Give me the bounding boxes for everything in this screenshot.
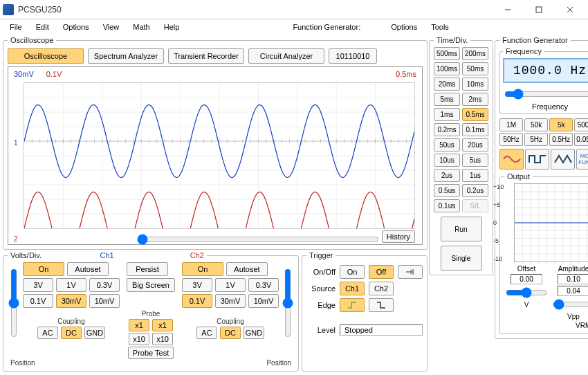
- ch1-3v-button[interactable]: 3V: [23, 278, 53, 292]
- timediv-20us[interactable]: 20us: [462, 138, 488, 152]
- timediv-50ms[interactable]: 50ms: [462, 62, 488, 75]
- ch1-on-button[interactable]: On: [23, 262, 64, 276]
- menu-file[interactable]: File: [4, 21, 28, 33]
- trigger-on-button[interactable]: On: [340, 265, 365, 279]
- timediv-0p1us[interactable]: 0.1us: [434, 199, 460, 212]
- freq-slider[interactable]: [504, 89, 588, 100]
- freq-range-1M[interactable]: 1M: [499, 118, 523, 131]
- ch2-on-button[interactable]: On: [182, 262, 223, 276]
- timediv-0p2ms[interactable]: 0.2ms: [434, 123, 460, 136]
- tab-transient[interactable]: Transient Recorder: [168, 48, 244, 64]
- timediv-0p5us[interactable]: 0.5us: [434, 184, 460, 197]
- ch2-0.1v-button[interactable]: 0.1V: [182, 294, 212, 308]
- tab-spectrum[interactable]: Spectrum Analyzer: [88, 48, 164, 64]
- probe2-x1-button[interactable]: x1: [152, 319, 173, 331]
- freq-range-5Hz[interactable]: 5Hz: [524, 133, 548, 146]
- freq-range-0.05Hz[interactable]: 0.05Hz: [574, 133, 588, 146]
- maximize-button[interactable]: [523, 0, 554, 19]
- single-button[interactable]: Single: [441, 246, 482, 271]
- ch2-0.3v-button[interactable]: 0.3V: [248, 278, 279, 292]
- offset-slider[interactable]: [506, 287, 547, 298]
- scope-grid: [24, 82, 415, 229]
- timediv-2us[interactable]: 2us: [434, 169, 460, 182]
- amp-value: 0.10: [558, 274, 588, 284]
- timediv-1ms[interactable]: 1ms: [434, 108, 460, 121]
- trigger-rising-button[interactable]: [340, 298, 365, 312]
- amp-slider[interactable]: [553, 299, 588, 310]
- wave-more-button[interactable]: MORE FUNCT.: [576, 149, 588, 170]
- timediv-10us[interactable]: 10us: [434, 154, 460, 167]
- tab-circuit[interactable]: Circuit Analyzer: [248, 48, 324, 64]
- ch1-gnd-button[interactable]: GND: [84, 327, 105, 339]
- timediv-0p1ms[interactable]: 0.1ms: [462, 123, 488, 136]
- ch1-0.1v-button[interactable]: 0.1V: [23, 294, 53, 308]
- minimize-button[interactable]: [492, 0, 523, 19]
- ch2-pos-slider[interactable]: [282, 268, 293, 338]
- freq-range-0.5Hz[interactable]: 0.5Hz: [549, 133, 573, 146]
- menu-view[interactable]: View: [98, 21, 125, 33]
- timediv-20ms[interactable]: 20ms: [434, 77, 460, 91]
- run-button[interactable]: Run: [441, 217, 482, 241]
- volts-div-legend: Volts/Div. Ch1Ch2: [8, 251, 207, 259]
- freq-range-50Hz[interactable]: 50Hz: [499, 133, 523, 146]
- probe1-x1-button[interactable]: x1: [129, 319, 149, 331]
- menu-help[interactable]: Help: [158, 21, 185, 33]
- trigger-falling-button[interactable]: [369, 298, 394, 312]
- timediv-0p5ms[interactable]: 0.5ms: [462, 108, 488, 121]
- freq-range-5k[interactable]: 5k: [549, 118, 573, 131]
- timediv-500ms[interactable]: 500ms: [434, 47, 460, 60]
- timediv-5ms[interactable]: 5ms: [434, 93, 460, 106]
- ch2-autoset-button[interactable]: Autoset: [226, 262, 268, 276]
- timediv-0p2us[interactable]: 0.2us: [462, 184, 488, 197]
- menu-fgen-options[interactable]: Options: [385, 21, 423, 33]
- ch1-0.3v-button[interactable]: 0.3V: [89, 278, 120, 292]
- trigger-ch1-button[interactable]: Ch1: [340, 282, 365, 295]
- menu-options[interactable]: Options: [57, 21, 95, 33]
- tab-binary[interactable]: 10110010: [329, 48, 377, 64]
- timediv-10ms[interactable]: 10ms: [462, 77, 488, 91]
- ch2-30mv-button[interactable]: 30mV: [215, 294, 246, 308]
- wave-square-button[interactable]: [525, 149, 549, 170]
- ch2-1v-button[interactable]: 1V: [215, 278, 246, 292]
- close-button[interactable]: [554, 0, 585, 19]
- tab-oscilloscope[interactable]: Oscilloscope: [8, 48, 84, 64]
- trigger-off-button[interactable]: Off: [369, 265, 394, 279]
- ch1-1v-button[interactable]: 1V: [56, 278, 86, 292]
- offset-unit: V: [524, 301, 529, 309]
- trigger-reset-button[interactable]: [398, 265, 423, 279]
- ch2-3v-button[interactable]: 3V: [182, 278, 212, 292]
- freq-range-50k[interactable]: 50k: [524, 118, 548, 131]
- probe-test-button[interactable]: Probe Test: [128, 347, 174, 359]
- timediv-200ms[interactable]: 200ms: [462, 47, 488, 60]
- timediv-5us[interactable]: 5us: [462, 154, 488, 167]
- menu-math[interactable]: Math: [127, 21, 155, 33]
- trigger-ch2-button[interactable]: Ch2: [369, 282, 394, 295]
- ch1-30mv-button[interactable]: 30mV: [56, 294, 86, 308]
- output-panel: Output +10+50-5-10: [499, 172, 588, 334]
- menu-fgen-tools[interactable]: Tools: [425, 21, 454, 33]
- wave-sine-button[interactable]: [499, 149, 524, 170]
- probe2-x10-button[interactable]: x10: [152, 333, 173, 345]
- ch1-pos-slider[interactable]: [8, 268, 19, 338]
- ch2-gnd-button[interactable]: GND: [244, 327, 264, 339]
- timediv-1us[interactable]: 1us: [462, 169, 488, 182]
- history-button[interactable]: History: [382, 230, 415, 243]
- ch1-10mv-button[interactable]: 10mV: [89, 294, 120, 308]
- history-slider[interactable]: [137, 234, 379, 245]
- timediv-100ms[interactable]: 100ms: [434, 62, 460, 75]
- timediv-50us[interactable]: 50us: [434, 138, 460, 152]
- ch1-ac-button[interactable]: AC: [37, 327, 58, 339]
- bigscreen-button[interactable]: Big Screen: [127, 278, 175, 292]
- ch1-autoset-button[interactable]: Autoset: [67, 262, 109, 276]
- ch2-dc-button[interactable]: DC: [220, 327, 241, 339]
- timediv-2ms[interactable]: 2ms: [462, 93, 488, 106]
- menu-edit[interactable]: Edit: [30, 21, 55, 33]
- freq-range-500Hz[interactable]: 500Hz: [574, 118, 588, 131]
- menu-fgen-label: Function Generator:: [287, 21, 366, 33]
- ch1-dc-button[interactable]: DC: [61, 327, 82, 339]
- persist-button[interactable]: Persist: [127, 262, 168, 276]
- probe1-x10-button[interactable]: x10: [129, 333, 149, 345]
- wave-triangle-button[interactable]: [551, 149, 575, 170]
- ch2-ac-button[interactable]: AC: [196, 327, 217, 339]
- ch2-10mv-button[interactable]: 10mV: [248, 294, 279, 308]
